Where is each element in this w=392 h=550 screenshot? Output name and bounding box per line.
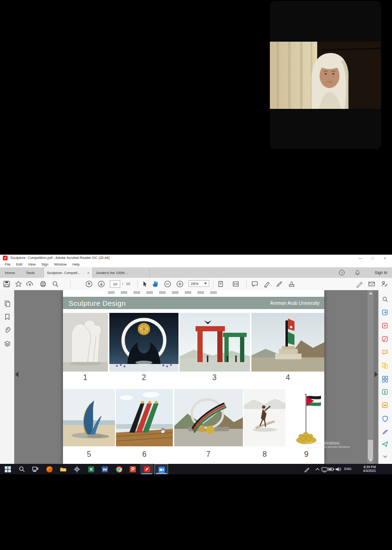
doc-tab-jordan[interactable]: Jordan's the 100th ... xyxy=(93,267,150,278)
file-explorer-icon[interactable] xyxy=(60,466,67,473)
design-label-2: 2 xyxy=(142,373,146,382)
sign-pen-icon[interactable] xyxy=(276,280,283,288)
comment-icon[interactable] xyxy=(251,280,258,288)
bookmarks-icon[interactable] xyxy=(4,313,11,320)
menu-help[interactable]: Help xyxy=(70,262,82,266)
doc-tab-label: Jordan's the 100th ... xyxy=(96,271,146,275)
tab-home[interactable]: Home xyxy=(0,267,20,278)
create-pdf-icon[interactable] xyxy=(382,322,389,329)
menu-window[interactable]: Window xyxy=(51,262,70,266)
cloud-upload-icon[interactable] xyxy=(26,280,34,288)
hidden-icons-chevron[interactable] xyxy=(314,466,321,473)
network-icon[interactable] xyxy=(321,466,328,473)
sculpture-image-4 xyxy=(251,313,324,372)
tab-close-icon[interactable]: × xyxy=(87,271,89,275)
scrollbar-thumb[interactable] xyxy=(368,440,373,460)
request-signature-icon[interactable] xyxy=(381,280,388,288)
acrobat-reader-icon xyxy=(143,466,151,473)
acrobat-taskbar-button[interactable] xyxy=(140,464,153,474)
hand-tool-icon[interactable] xyxy=(151,280,159,288)
previous-page-icon[interactable] xyxy=(85,280,93,288)
menu-view[interactable]: View xyxy=(25,262,38,266)
redact-icon[interactable] xyxy=(382,402,389,409)
search-icon[interactable] xyxy=(52,280,59,288)
zoom-level-select[interactable]: 25% xyxy=(188,280,209,287)
battery-icon[interactable] xyxy=(328,466,335,473)
taskbar-clock[interactable]: 8:39 PM 4/3/2021 xyxy=(356,465,376,473)
attachments-paperclip-icon[interactable] xyxy=(4,327,11,334)
scroll-down-arrow[interactable] xyxy=(369,460,373,462)
design-label-4: 4 xyxy=(286,373,290,382)
zoom-level-value: 25% xyxy=(191,282,198,286)
design-label-6: 6 xyxy=(143,450,147,459)
toolbar: 10 / 10 25% xyxy=(0,278,392,291)
volume-icon[interactable] xyxy=(334,466,341,473)
excel-icon[interactable] xyxy=(88,466,95,473)
next-page-icon[interactable] xyxy=(98,280,105,288)
highlight-icon[interactable] xyxy=(263,280,271,288)
word-icon[interactable] xyxy=(101,466,108,473)
powerpoint-icon[interactable] xyxy=(129,466,136,473)
menu-file[interactable]: File xyxy=(2,262,13,266)
fit-width-icon[interactable] xyxy=(232,280,240,288)
task-view-icon[interactable] xyxy=(32,466,39,473)
firefox-icon[interactable] xyxy=(46,466,53,473)
open-app-indicator xyxy=(156,473,167,474)
scroll-up-arrow[interactable] xyxy=(369,292,373,294)
more-tools-chevron-icon[interactable] xyxy=(382,453,389,460)
save-icon[interactable] xyxy=(3,280,10,288)
stamp-icon[interactable] xyxy=(288,280,295,288)
menu-bar: File Edit View Sign Window Help xyxy=(0,261,392,267)
sculpture-image-7 xyxy=(174,389,243,446)
menu-edit[interactable]: Edit xyxy=(13,262,25,266)
pen-icon[interactable] xyxy=(303,466,311,473)
zoom-out-icon[interactable] xyxy=(164,280,171,288)
start-button[interactable] xyxy=(4,466,11,473)
page-thumbnails-icon[interactable] xyxy=(4,300,11,307)
minimize-button[interactable]: — xyxy=(354,255,366,261)
window-title: Sculpture- Competition.pdf - Adobe Acrob… xyxy=(10,256,110,260)
doc-tab-label: Sculpture- Competi... xyxy=(47,271,85,275)
previous-page-chevron[interactable] xyxy=(15,372,18,377)
maximize-button[interactable]: □ xyxy=(366,255,379,261)
export-pdf-icon[interactable] xyxy=(382,309,389,316)
doc-tab-sculpture[interactable]: Sculpture- Competi... × xyxy=(44,267,93,278)
hand-cursor xyxy=(160,426,166,434)
window-content: Sculpture Design Amman Arab University xyxy=(0,290,392,464)
send-for-comments-icon[interactable] xyxy=(382,441,389,448)
comment-tool-icon[interactable] xyxy=(382,349,389,356)
star-icon[interactable] xyxy=(15,280,22,288)
tab-tools[interactable]: Tools xyxy=(20,267,41,278)
email-icon[interactable] xyxy=(368,280,375,288)
zoom-in-icon[interactable] xyxy=(176,280,184,288)
participant-video[interactable] xyxy=(270,1,381,149)
fill-sign-icon[interactable] xyxy=(382,428,389,435)
language-indicator[interactable]: ENG xyxy=(344,467,351,470)
layers-icon[interactable] xyxy=(4,340,11,347)
sculpture-image-9 xyxy=(289,389,324,446)
zoom-meeting-taskbar-button[interactable] xyxy=(154,464,168,474)
menu-sign[interactable]: Sign xyxy=(38,262,51,266)
taskbar-search-icon[interactable] xyxy=(18,466,26,473)
close-button[interactable]: × xyxy=(379,255,391,261)
chrome-icon[interactable] xyxy=(116,466,123,473)
notifications-bell-icon[interactable] xyxy=(354,269,361,276)
title-bar[interactable]: Sculpture- Competition.pdf - Adobe Acrob… xyxy=(0,255,392,262)
vertical-scrollbar[interactable] xyxy=(367,290,374,464)
single-page-view-icon[interactable] xyxy=(217,280,224,288)
search-tool-icon[interactable] xyxy=(382,296,389,303)
protect-icon[interactable] xyxy=(382,415,389,422)
page-number-input[interactable]: 10 xyxy=(110,280,120,288)
combine-files-icon[interactable] xyxy=(382,362,389,369)
next-page-chevron[interactable] xyxy=(374,372,378,377)
clipped-text-fragment xyxy=(108,291,219,294)
sign-in-button[interactable]: Sign In xyxy=(375,270,387,275)
select-tool-icon[interactable] xyxy=(141,280,149,288)
print-icon[interactable] xyxy=(39,280,47,288)
organize-pages-icon[interactable] xyxy=(382,375,389,382)
compress-pdf-icon[interactable] xyxy=(382,389,389,396)
help-icon[interactable]: ? xyxy=(339,270,345,275)
pen-tool-icon[interactable] xyxy=(356,280,363,288)
edit-pdf-icon[interactable] xyxy=(382,336,389,343)
settings-gear-icon[interactable] xyxy=(73,466,80,473)
